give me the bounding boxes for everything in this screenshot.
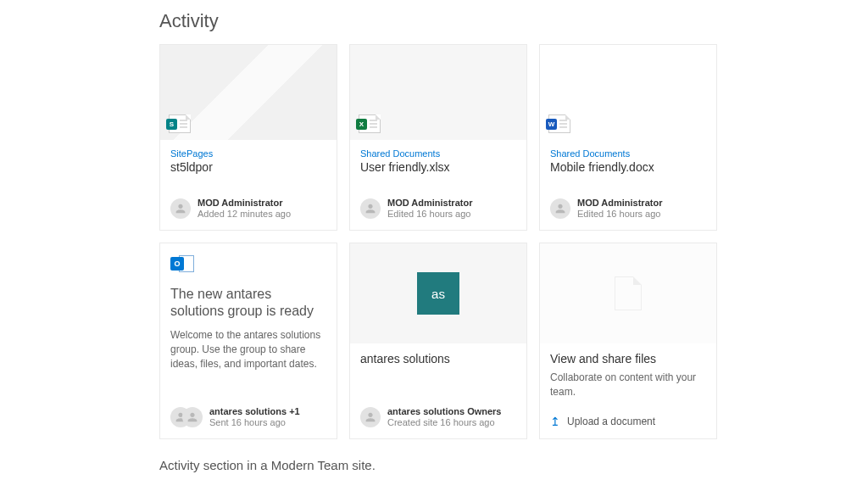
card-location[interactable]: SitePages	[170, 148, 326, 159]
card-author: MOD Administrator	[198, 198, 291, 209]
card-preview: W	[540, 45, 716, 140]
outlook-icon: O	[170, 255, 194, 276]
empty-preview	[540, 243, 716, 343]
card-location[interactable]: Shared Documents	[360, 148, 516, 159]
card-preview: X	[350, 45, 526, 140]
site-tile-preview: as	[350, 243, 526, 343]
activity-card[interactable]: S SitePages st5ldpor MOD Administrator A…	[159, 44, 337, 231]
avatar-stack-icon	[170, 407, 203, 427]
word-icon: W	[548, 114, 570, 133]
announcement-card[interactable]: O The new antares solutions group is rea…	[159, 243, 337, 439]
announcement-desc: Welcome to the antares solutions group. …	[170, 328, 326, 371]
section-title: Activity	[159, 10, 800, 32]
card-preview: S	[160, 45, 337, 140]
card-title: Mobile friendly.docx	[550, 160, 706, 174]
avatar-icon	[360, 407, 381, 427]
caption: Activity section in a Modern Team site.	[159, 458, 800, 472]
site-tile-icon: as	[417, 272, 459, 315]
upload-document-link[interactable]: ↥ Upload a document	[540, 406, 716, 438]
announcement-title: The new antares solutions group is ready	[170, 286, 326, 320]
share-files-card: View and share files Collaborate on cont…	[539, 243, 717, 439]
sharepoint-icon: S	[169, 114, 191, 133]
activity-card[interactable]: W Shared Documents Mobile friendly.docx …	[539, 44, 717, 231]
activity-grid: S SitePages st5ldpor MOD Administrator A…	[159, 44, 800, 439]
announcement-author: antares solutions +1	[209, 406, 300, 417]
card-title: User friendly.xlsx	[360, 160, 516, 174]
card-meta: Added 12 minutes ago	[198, 209, 291, 220]
share-title: View and share files	[550, 352, 706, 365]
excel-icon: X	[359, 114, 381, 133]
card-author: MOD Administrator	[387, 198, 472, 209]
site-card[interactable]: as antares solutions antares solutions O…	[349, 243, 527, 439]
site-author: antares solutions Owners	[387, 406, 501, 417]
site-title: antares solutions	[360, 352, 516, 365]
activity-card[interactable]: X Shared Documents User friendly.xlsx MO…	[349, 44, 527, 231]
avatar-icon	[170, 198, 191, 219]
avatar-icon	[360, 198, 381, 219]
document-placeholder-icon	[615, 276, 642, 310]
card-title: st5ldpor	[170, 160, 326, 174]
card-author: MOD Administrator	[577, 198, 662, 209]
share-desc: Collaborate on content with your team.	[550, 371, 706, 399]
upload-label: Upload a document	[567, 416, 655, 427]
avatar-icon	[550, 198, 570, 219]
upload-icon: ↥	[550, 415, 560, 428]
card-meta: Edited 16 hours ago	[577, 209, 662, 220]
announcement-meta: Sent 16 hours ago	[209, 417, 300, 428]
card-meta: Edited 16 hours ago	[387, 209, 472, 220]
site-meta: Created site 16 hours ago	[387, 417, 501, 428]
card-location[interactable]: Shared Documents	[550, 148, 706, 159]
